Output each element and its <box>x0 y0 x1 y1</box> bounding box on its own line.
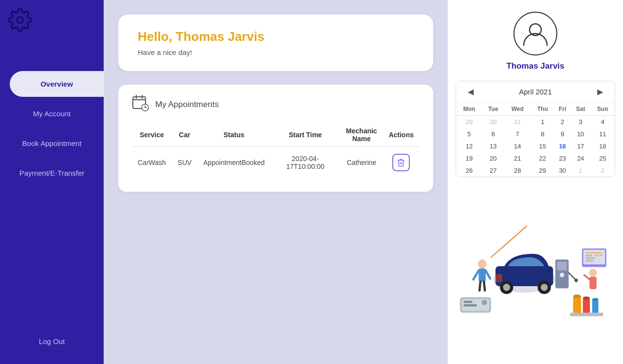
cell-mechanic: Catherine <box>340 147 383 179</box>
cal-day-cell[interactable]: 14 <box>504 140 531 152</box>
cal-day-cell[interactable]: 2 <box>554 116 571 128</box>
cal-day-cell[interactable]: 10 <box>570 128 590 140</box>
svg-rect-49 <box>570 313 603 316</box>
table-row: CarWashSUVAppointmentBooked2020-04-17T10… <box>132 147 420 179</box>
svg-line-20 <box>486 271 490 278</box>
col-mechanic: MechanicName <box>340 123 383 147</box>
cal-day-cell[interactable]: 30 <box>554 164 571 177</box>
svg-point-27 <box>574 278 578 282</box>
svg-rect-31 <box>586 255 592 256</box>
main-content: Hello, Thomas Jarvis Have a nice day! My… <box>104 0 448 364</box>
cell-car: SUV <box>172 147 198 179</box>
svg-point-42 <box>482 300 487 305</box>
sidebar-item-logout[interactable]: Log Out <box>0 328 104 354</box>
cal-day-cell[interactable]: 24 <box>570 152 590 164</box>
col-car: Car <box>172 123 198 147</box>
svg-rect-36 <box>589 277 597 290</box>
sidebar: Overview My Account Book Appointment Pay… <box>0 0 104 364</box>
settings-icon[interactable] <box>8 8 32 32</box>
cal-day-cell[interactable]: 28 <box>504 164 531 177</box>
svg-line-21 <box>479 282 480 291</box>
right-panel: Thomas Jarvis ◀ April 2021 ▶ MonTueWedTh… <box>448 0 623 364</box>
svg-line-26 <box>568 273 575 280</box>
svg-point-15 <box>541 284 548 291</box>
svg-rect-24 <box>557 262 567 271</box>
cal-day-cell[interactable]: 29 <box>531 164 554 177</box>
svg-rect-32 <box>586 257 595 259</box>
cell-actions <box>383 147 420 179</box>
svg-point-13 <box>503 284 510 291</box>
cal-day-cell[interactable]: 4 <box>590 116 615 128</box>
cal-day-cell[interactable]: 15 <box>531 140 554 152</box>
calendar-prev-button[interactable]: ◀ <box>464 86 477 97</box>
sidebar-item-payment[interactable]: Payment/E-Transfer <box>0 160 104 186</box>
cal-day-cell[interactable]: 7 <box>504 128 531 140</box>
sidebar-item-overview[interactable]: Overview <box>10 71 104 97</box>
sidebar-item-my-account[interactable]: My Account <box>0 101 104 127</box>
svg-point-47 <box>583 296 590 299</box>
appointments-section: My Appointments Service Car Status Start… <box>118 85 433 192</box>
cal-day-cell[interactable]: 3 <box>570 116 590 128</box>
svg-rect-16 <box>495 274 502 282</box>
cal-day-cell[interactable]: 18 <box>590 140 615 152</box>
cell-status: AppointmentBooked <box>198 147 271 179</box>
svg-rect-33 <box>586 260 593 262</box>
calendar-next-button[interactable]: ▶ <box>593 86 607 97</box>
svg-rect-45 <box>592 299 599 314</box>
cal-day-cell[interactable]: 16 <box>554 140 571 152</box>
cal-day-cell[interactable]: 26 <box>456 164 482 177</box>
appointments-table: Service Car Status Start Time MechanicNa… <box>132 123 420 178</box>
svg-line-37 <box>584 275 589 279</box>
cal-day-cell[interactable]: 30 <box>482 116 504 128</box>
cal-day-cell[interactable]: 1 <box>531 116 554 128</box>
svg-rect-43 <box>573 296 581 314</box>
greeting-card: Hello, Thomas Jarvis Have a nice day! <box>118 15 433 71</box>
cal-day-header: Sat <box>570 103 590 116</box>
cal-day-cell[interactable]: 1 <box>570 164 590 177</box>
profile-username: Thomas Jarvis <box>506 61 564 71</box>
col-start-time: Start Time <box>271 123 340 147</box>
cal-day-header: Wed <box>504 103 531 116</box>
cal-day-cell[interactable]: 31 <box>504 116 531 128</box>
greeting-username: Thomas Jarvis <box>176 29 264 44</box>
cal-day-cell[interactable]: 27 <box>482 164 504 177</box>
svg-point-48 <box>592 298 599 300</box>
delete-appointment-button[interactable] <box>392 154 410 171</box>
cal-day-cell[interactable]: 11 <box>590 128 615 140</box>
calendar-clock-icon <box>132 94 149 114</box>
cal-day-cell[interactable]: 22 <box>531 152 554 164</box>
cal-day-cell[interactable]: 19 <box>456 152 482 164</box>
cal-day-cell[interactable]: 17 <box>570 140 590 152</box>
col-service: Service <box>132 123 172 147</box>
illustration-area: ★★★ <box>456 185 615 356</box>
svg-point-17 <box>478 259 487 268</box>
cal-day-cell[interactable]: 25 <box>590 152 615 164</box>
svg-point-0 <box>17 17 23 23</box>
cal-day-header: Thu <box>531 103 554 116</box>
cal-day-header: Tue <box>482 103 504 116</box>
calendar: ◀ April 2021 ▶ MonTueWedThuFriSatSun 293… <box>456 81 615 177</box>
svg-line-22 <box>484 282 485 291</box>
appointments-title: My Appointments <box>155 100 219 109</box>
cal-day-header: Mon <box>456 103 482 116</box>
cal-day-cell[interactable]: 21 <box>504 152 531 164</box>
cal-day-cell[interactable]: 2 <box>590 164 615 177</box>
sidebar-item-book-appointment[interactable]: Book Appointment <box>0 130 104 156</box>
cal-day-header: Sun <box>590 103 615 116</box>
svg-rect-40 <box>463 301 472 303</box>
cal-day-cell[interactable]: 8 <box>531 128 554 140</box>
cal-day-cell[interactable]: 12 <box>456 140 482 152</box>
svg-text:★★★: ★★★ <box>594 253 603 257</box>
cal-day-cell[interactable]: 6 <box>482 128 504 140</box>
cal-day-cell[interactable]: 20 <box>482 152 504 164</box>
cell-start_time: 2020-04-17T10:00:00 <box>271 147 340 179</box>
svg-point-35 <box>589 269 597 276</box>
cal-day-cell[interactable]: 5 <box>456 128 482 140</box>
cal-day-cell[interactable]: 23 <box>554 152 571 164</box>
cal-day-cell[interactable]: 9 <box>554 128 571 140</box>
calendar-month-year: April 2021 <box>519 88 552 96</box>
appointments-table-body: CarWashSUVAppointmentBooked2020-04-17T10… <box>132 147 420 179</box>
cal-day-cell[interactable]: 13 <box>482 140 504 152</box>
cal-day-cell[interactable]: 29 <box>456 116 482 128</box>
svg-rect-44 <box>583 298 590 314</box>
